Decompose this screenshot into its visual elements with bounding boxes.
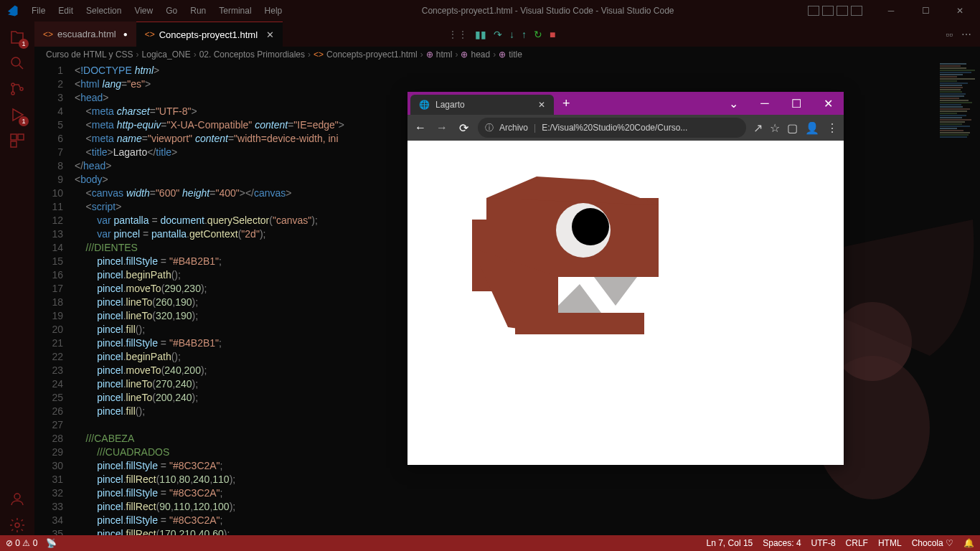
- svg-rect-4: [11, 134, 17, 140]
- explorer-badge: 1: [19, 39, 29, 49]
- vscode-logo-icon: [6, 4, 19, 17]
- reload-button[interactable]: ⟳: [456, 121, 471, 135]
- menu-bar: File Edit Selection View Go Run Terminal…: [26, 3, 288, 19]
- status-language[interactable]: HTML: [878, 538, 902, 548]
- menu-view[interactable]: View: [128, 3, 159, 19]
- status-errors[interactable]: ⊘ 0 ⚠ 0: [6, 538, 37, 548]
- search-icon[interactable]: [7, 53, 27, 73]
- debug-step-into-icon[interactable]: ↓: [509, 29, 514, 40]
- menu-go[interactable]: Go: [160, 3, 183, 19]
- more-actions-icon[interactable]: ⋯: [961, 29, 971, 40]
- profile-icon[interactable]: 👤: [805, 121, 819, 135]
- debug-step-over-icon[interactable]: ↷: [494, 29, 502, 40]
- close-icon[interactable]: ✕: [266, 29, 274, 40]
- status-cursor-position[interactable]: Ln 7, Col 15: [707, 538, 753, 548]
- canvas-lagarto: [407, 141, 838, 428]
- browser-titlebar[interactable]: 🌐 Lagarto ✕ + ⌄ ─ ☐ ✕: [407, 92, 844, 115]
- menu-terminal[interactable]: Terminal: [213, 3, 257, 19]
- svg-rect-5: [18, 134, 24, 140]
- layout-panel-icon[interactable]: [822, 6, 834, 16]
- minimap[interactable]: [937, 62, 980, 535]
- browser-maximize-button[interactable]: ☐: [781, 92, 812, 115]
- accounts-icon[interactable]: [7, 489, 27, 509]
- browser-tab[interactable]: 🌐 Lagarto ✕: [410, 95, 554, 115]
- titlebar: File Edit Selection View Go Run Terminal…: [0, 0, 980, 22]
- back-button[interactable]: ←: [413, 121, 428, 134]
- breadcrumb-item[interactable]: Curso de HTML y CSS: [46, 50, 133, 60]
- status-encoding[interactable]: UTF-8: [811, 538, 836, 548]
- source-control-icon[interactable]: [7, 79, 27, 99]
- breadcrumb-item[interactable]: ⊕ title: [499, 50, 522, 60]
- url-text: E:/Visual%20Studio%20Code/Curso...: [542, 123, 687, 133]
- svg-point-2: [11, 92, 14, 95]
- window-controls: ─ ☐ ✕: [877, 6, 974, 16]
- html-file-icon: <>: [145, 29, 155, 39]
- tab-label: Concepts-proyect1.html: [159, 29, 258, 40]
- tab-concepts-proyect1[interactable]: <> Concepts-proyect1.html ✕: [136, 22, 283, 47]
- debug-pause-icon[interactable]: ▮▮: [475, 29, 486, 40]
- line-numbers: 1234567891011121314151617181920212223242…: [34, 62, 75, 535]
- breadcrumb-item[interactable]: ⊕ html: [426, 50, 453, 60]
- menu-file[interactable]: File: [26, 3, 51, 19]
- svg-rect-6: [11, 141, 17, 147]
- breadcrumb-item[interactable]: 02. Conceptos Primordiales: [199, 50, 305, 60]
- reading-list-icon[interactable]: ▢: [787, 121, 798, 135]
- info-icon[interactable]: ⓘ: [485, 122, 494, 134]
- bookmark-icon[interactable]: ☆: [770, 121, 780, 135]
- debug-restart-icon[interactable]: ↻: [534, 29, 542, 40]
- status-extension[interactable]: Chocola ♡: [912, 538, 953, 548]
- breadcrumb-item[interactable]: <> Concepts-proyect1.html: [314, 50, 418, 60]
- url-scheme: Archivo: [499, 123, 528, 133]
- status-bar: ⊘ 0 ⚠ 0 📡 Ln 7, Col 15 Spaces: 4 UTF-8 C…: [0, 535, 980, 551]
- breadcrumb-item[interactable]: Logica_ONE: [142, 50, 191, 60]
- svg-point-0: [11, 57, 20, 66]
- debug-stop-icon[interactable]: ■: [550, 29, 555, 40]
- close-icon[interactable]: ✕: [538, 100, 545, 110]
- browser-minimize-button[interactable]: ─: [749, 92, 781, 115]
- layout-sidebar-left-icon[interactable]: [808, 6, 819, 16]
- svg-point-7: [14, 494, 20, 499]
- browser-toolbar: ← → ⟳ ⓘ Archivo | E:/Visual%20Studio%20C…: [407, 115, 844, 141]
- menu-run[interactable]: Run: [184, 3, 212, 19]
- explorer-icon[interactable]: 1: [7, 27, 27, 47]
- close-button[interactable]: ✕: [946, 6, 974, 16]
- minimize-button[interactable]: ─: [877, 6, 905, 16]
- address-bar[interactable]: ⓘ Archivo | E:/Visual%20Studio%20Code/Cu…: [478, 118, 746, 138]
- activity-bar: 1 1: [0, 22, 34, 535]
- settings-icon[interactable]: [7, 515, 27, 535]
- layout-customize-icon[interactable]: [851, 6, 862, 16]
- menu-selection[interactable]: Selection: [80, 3, 127, 19]
- status-notifications-icon[interactable]: 🔔: [963, 538, 974, 548]
- breadcrumb[interactable]: Curso de HTML y CSS› Logica_ONE› 02. Con…: [34, 47, 980, 62]
- status-broadcast-icon[interactable]: 📡: [46, 538, 57, 548]
- forward-button[interactable]: →: [435, 121, 449, 134]
- svg-point-1: [11, 83, 14, 86]
- debug-toolbar: ⋮⋮ ▮▮ ↷ ↓ ↑ ↻ ■: [440, 29, 562, 40]
- debug-drag-icon[interactable]: ⋮⋮: [448, 29, 468, 40]
- tab-escuadra[interactable]: <> escuadra.html: [34, 22, 136, 47]
- status-indentation[interactable]: Spaces: 4: [763, 538, 801, 548]
- extensions-icon[interactable]: [7, 131, 27, 151]
- svg-point-3: [20, 88, 23, 90]
- split-editor-icon[interactable]: ▫▫: [946, 29, 953, 40]
- run-debug-icon[interactable]: 1: [7, 105, 27, 125]
- editor-tabs: <> escuadra.html <> Concepts-proyect1.ht…: [34, 22, 980, 47]
- browser-tab-title: Lagarto: [435, 100, 465, 110]
- breadcrumb-item[interactable]: ⊕ head: [461, 50, 490, 60]
- html-file-icon: <>: [43, 29, 53, 39]
- new-tab-button[interactable]: +: [554, 96, 579, 111]
- share-icon[interactable]: ↗: [753, 121, 763, 135]
- debug-step-out-icon[interactable]: ↑: [522, 29, 527, 40]
- browser-dropdown-icon[interactable]: ⌄: [717, 92, 749, 115]
- svg-point-8: [15, 523, 19, 527]
- layout-sidebar-right-icon[interactable]: [837, 6, 848, 16]
- menu-help[interactable]: Help: [259, 3, 288, 19]
- window-title: Concepts-proyect1.html - Visual Studio C…: [288, 6, 808, 16]
- browser-close-button[interactable]: ✕: [812, 92, 844, 115]
- browser-window: 🌐 Lagarto ✕ + ⌄ ─ ☐ ✕ ← → ⟳ ⓘ Archivo | …: [407, 92, 844, 465]
- menu-edit[interactable]: Edit: [52, 3, 79, 19]
- menu-icon[interactable]: ⋮: [826, 121, 838, 135]
- maximize-button[interactable]: ☐: [911, 6, 940, 16]
- status-eol[interactable]: CRLF: [846, 538, 868, 548]
- globe-icon: 🌐: [419, 100, 430, 110]
